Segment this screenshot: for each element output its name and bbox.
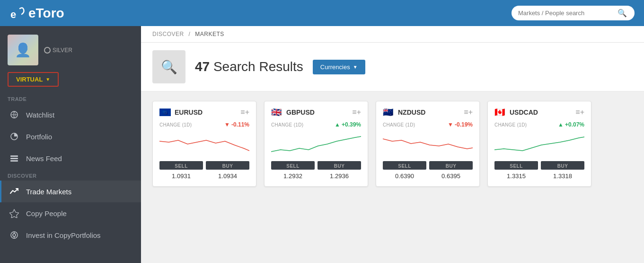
buy-price-usdcad: 1.3318 — [541, 172, 584, 180]
card-pair-gbpusd: 🇬🇧 GBPUSD — [271, 109, 315, 116]
buy-price-gbpusd: 1.2936 — [318, 172, 361, 180]
header: e eToro 🔍 — [0, 0, 644, 26]
card-change-row-nzdusd: CHANGE (1D) ▼ -0.19% — [383, 121, 473, 128]
card-header: ★★★★★★★★★★★★ 🇪🇺 EURUSD ≡+ — [159, 108, 249, 117]
tier-badge: SILVER — [44, 47, 72, 54]
market-card-nzdusd: 🇳🇿 NZDUSD ≡+ CHANGE (1D) ▼ -0.19% — [376, 101, 480, 187]
watchlist-icon — [9, 109, 19, 120]
copyportfolios-icon — [9, 230, 19, 240]
breadcrumb: DISCOVER / MARKETS — [152, 31, 224, 37]
filter-currencies-button[interactable]: Currencies ▼ — [313, 60, 365, 74]
svg-rect-6 — [10, 160, 18, 162]
cards-area: ★★★★★★★★★★★★ 🇪🇺 EURUSD ≡+ CHANGE (1D) — [141, 91, 644, 263]
search-button[interactable]: 🔍 — [618, 9, 627, 18]
sidebar-item-copyportfolios[interactable]: Invest in CopyPortfolios — [0, 224, 141, 246]
newsfeed-icon — [9, 153, 19, 163]
trade-price-usdcad: 1.3315 1.3318 — [494, 172, 584, 180]
sell-price-eurusd: 1.0931 — [159, 172, 203, 180]
mini-chart-nzdusd — [383, 132, 473, 155]
change-value-nzdusd: ▼ -0.19% — [448, 121, 473, 128]
search-input[interactable] — [518, 9, 618, 17]
filter-arrow-icon: ▼ — [353, 64, 358, 70]
logo: e eToro — [9, 5, 64, 22]
portfolio-icon — [9, 131, 19, 142]
avatar: 👤 — [8, 35, 38, 65]
copy-people-icon — [9, 208, 19, 218]
card-change-row-usdcad: CHANGE (1D) ▲ +0.07% — [494, 121, 584, 128]
results-title: 47 Search Results — [195, 59, 303, 74]
card-pair-nzdusd: 🇳🇿 NZDUSD — [383, 109, 425, 116]
sell-price-usdcad: 1.3315 — [494, 172, 538, 180]
card-menu-icon-gbpusd[interactable]: ≡+ — [352, 108, 361, 117]
flag-usdcad: 🇨🇦 — [494, 109, 506, 116]
svg-marker-7 — [9, 209, 19, 218]
buy-label-gbpusd: BUY — [318, 161, 361, 170]
buy-price-nzdusd: 0.6395 — [429, 172, 473, 180]
sidebar-item-trade-markets[interactable]: Trade Markets — [0, 181, 141, 202]
trade-section-label: TRADE — [0, 92, 141, 104]
card-menu-icon-eurusd[interactable]: ≡+ — [240, 108, 249, 117]
card-change-row: CHANGE (1D) ▼ -0.11% — [159, 121, 249, 128]
trade-row-eurusd: SELL BUY — [159, 161, 249, 170]
market-card-usdcad: 🇨🇦 USDCAD ≡+ CHANGE (1D) ▲ +0.07% — [487, 101, 591, 187]
trade-markets-icon — [9, 186, 19, 197]
trade-price-gbpusd: 1.2932 1.2936 — [271, 172, 361, 180]
trade-row-nzdusd: SELL BUY — [383, 161, 473, 170]
sell-label-eurusd: SELL — [159, 161, 203, 170]
buy-price-eurusd: 1.0934 — [206, 172, 249, 180]
sell-price-gbpusd: 1.2932 — [271, 172, 315, 180]
search-bar: 🔍 — [512, 6, 635, 20]
card-change-row-gbpusd: CHANGE (1D) ▲ +0.39% — [271, 121, 361, 128]
mini-chart-usdcad — [494, 132, 584, 155]
card-menu-icon-nzdusd[interactable]: ≡+ — [464, 108, 473, 117]
buy-label-usdcad: BUY — [541, 161, 584, 170]
results-title-container: 47 Search Results — [195, 59, 303, 74]
buy-label-nzdusd: BUY — [429, 161, 473, 170]
sidebar-item-newsfeed[interactable]: News Feed — [0, 147, 141, 169]
trade-row-usdcad: SELL BUY — [494, 161, 584, 170]
card-pair: ★★★★★★★★★★★★ 🇪🇺 EURUSD — [159, 109, 203, 116]
sell-price-nzdusd: 0.6390 — [383, 172, 426, 180]
results-search-icon: 🔍 — [152, 50, 185, 83]
mini-chart-eurusd — [159, 132, 249, 155]
sidebar-item-copy-people[interactable]: Copy People — [0, 202, 141, 224]
market-card-gbpusd: 🇬🇧 GBPUSD ≡+ CHANGE (1D) ▲ +0.39% — [264, 101, 368, 187]
sidebar-item-portfolio[interactable]: Portfolio — [0, 126, 141, 147]
market-card-eurusd: ★★★★★★★★★★★★ 🇪🇺 EURUSD ≡+ CHANGE (1D) — [152, 101, 256, 187]
sell-label-nzdusd: SELL — [383, 161, 426, 170]
change-value-eurusd: ▼ -0.11% — [224, 121, 249, 128]
mini-chart-gbpusd — [271, 132, 361, 155]
results-header: 🔍 47 Search Results Currencies ▼ — [141, 43, 644, 91]
svg-rect-5 — [10, 158, 18, 159]
card-header-gbpusd: 🇬🇧 GBPUSD ≡+ — [271, 108, 361, 117]
flag-eurusd: ★★★★★★★★★★★★ 🇪🇺 — [159, 109, 171, 116]
card-pair-usdcad: 🇨🇦 USDCAD — [494, 109, 538, 116]
sell-label-usdcad: SELL — [494, 161, 538, 170]
trade-price-eurusd: 1.0931 1.0934 — [159, 172, 249, 180]
virtual-button[interactable]: VIRTUAL ▼ — [8, 72, 59, 87]
svg-text:🇪🇺: 🇪🇺 — [162, 109, 168, 116]
change-value-usdcad: ▲ +0.07% — [558, 121, 584, 128]
breadcrumb-bar: DISCOVER / MARKETS — [141, 26, 644, 43]
badge-circle — [44, 47, 51, 54]
flag-nzdusd: 🇳🇿 — [383, 109, 394, 116]
virtual-arrow-icon: ▼ — [45, 77, 50, 82]
card-header-usdcad: 🇨🇦 USDCAD ≡+ — [494, 108, 584, 117]
main-content: DISCOVER / MARKETS 🔍 47 Search Results C… — [141, 26, 644, 263]
sidebar-item-watchlist[interactable]: Watchlist — [0, 104, 141, 126]
svg-rect-4 — [10, 155, 18, 157]
buy-label-eurusd: BUY — [206, 161, 249, 170]
svg-text:e: e — [10, 9, 16, 20]
profile-section: 👤 SILVER — [0, 26, 141, 70]
trade-row-gbpusd: SELL BUY — [271, 161, 361, 170]
change-value-gbpusd: ▲ +0.39% — [335, 121, 361, 128]
sell-label-gbpusd: SELL — [271, 161, 315, 170]
svg-point-9 — [13, 234, 16, 236]
card-menu-icon-usdcad[interactable]: ≡+ — [575, 108, 584, 117]
flag-gbpusd: 🇬🇧 — [271, 109, 282, 116]
trade-price-nzdusd: 0.6390 0.6395 — [383, 172, 473, 180]
sidebar: 👤 SILVER VIRTUAL ▼ TRADE Watchlist — [0, 26, 141, 263]
card-header-nzdusd: 🇳🇿 NZDUSD ≡+ — [383, 108, 473, 117]
discover-section-label: DISCOVER — [0, 169, 141, 181]
